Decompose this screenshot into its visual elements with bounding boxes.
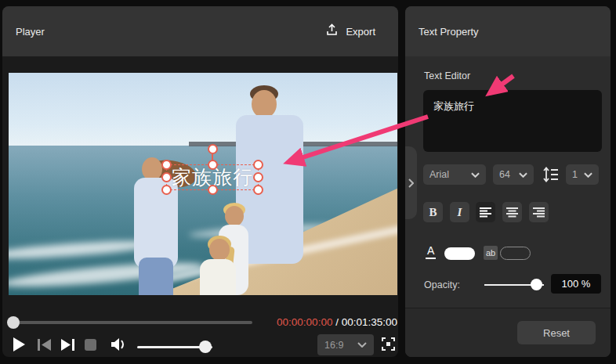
volume-icon[interactable] [111, 337, 127, 355]
resize-handle-mid-left[interactable] [161, 172, 172, 182]
align-right-icon [533, 207, 545, 218]
fullscreen-button[interactable] [382, 337, 395, 354]
line-spacing-icon [543, 167, 559, 186]
timecode-total: 00:01:35:00 [342, 316, 397, 328]
text-property-panel: Text Property Text Editor 家族旅行 Arial 64 … [405, 6, 611, 357]
aspect-ratio-select[interactable]: 16:9 [317, 334, 374, 355]
font-size-select[interactable]: 64 [493, 164, 534, 185]
video-preview[interactable]: 家族旅行 [9, 73, 397, 295]
chevron-down-icon [357, 342, 367, 348]
playback-controls: 16:9 [2, 333, 398, 357]
aspect-ratio-value: 16:9 [324, 340, 343, 351]
font-color-button[interactable]: A [426, 244, 436, 259]
align-left-button[interactable] [476, 202, 495, 222]
play-button[interactable] [13, 337, 26, 355]
sky [9, 73, 397, 147]
font-controls-row: Arial 64 1 [405, 164, 611, 185]
text-editor-input[interactable]: 家族旅行 [423, 90, 602, 152]
resize-handle-bottom-left[interactable] [161, 185, 172, 195]
seek-thumb[interactable] [7, 316, 20, 329]
resize-handle-bottom-right[interactable] [253, 185, 263, 195]
highlight-color-button[interactable]: ab [484, 246, 498, 260]
timecode-separator: / [332, 316, 341, 328]
opacity-thumb[interactable] [531, 279, 542, 290]
timecode: 00:00:00:00 / 00:01:35:00 [277, 316, 397, 328]
resize-handle-top-left[interactable] [161, 160, 172, 170]
person-girl [206, 239, 242, 295]
opacity-row: Opacity: 100 % [405, 274, 611, 297]
chevron-down-icon [519, 172, 527, 178]
text-color-row: A ab [405, 241, 611, 265]
resize-handle-mid-right[interactable] [253, 172, 263, 182]
export-icon [325, 23, 339, 39]
opacity-label: Opacity: [424, 279, 460, 290]
export-button[interactable]: Export [325, 23, 385, 39]
align-center-button[interactable] [502, 202, 522, 222]
font-family-value: Arial [429, 169, 449, 180]
font-color-swatch[interactable] [444, 247, 475, 260]
collapse-panel-button[interactable] [405, 146, 417, 219]
player-title: Player [16, 26, 45, 38]
opacity-value: 100 % [551, 274, 601, 294]
align-right-button[interactable] [529, 202, 549, 222]
resize-handle-top-right[interactable] [253, 160, 263, 170]
font-size-value: 64 [499, 169, 510, 180]
text-property-footer: Reset [405, 308, 611, 357]
resize-handle-bottom-center[interactable] [208, 185, 218, 195]
previous-frame-button[interactable] [37, 338, 52, 355]
player-panel: Player Export 家族旅行 [2, 6, 398, 357]
line-spacing-select[interactable]: 1 [566, 164, 599, 185]
text-editor-label: Text Editor [424, 70, 470, 81]
chevron-down-icon [584, 172, 592, 178]
timecode-current: 00:00:00:00 [277, 316, 332, 328]
align-center-icon [506, 207, 518, 218]
highlight-color-swatch[interactable] [500, 247, 531, 260]
player-header: Player Export [2, 6, 398, 56]
export-label: Export [346, 26, 375, 38]
font-family-select[interactable]: Arial [423, 164, 486, 185]
line-spacing-value: 1 [572, 169, 578, 180]
rotation-handle[interactable] [208, 144, 218, 154]
stop-button[interactable] [85, 339, 96, 354]
text-property-title: Text Property [419, 26, 479, 38]
seek-bar[interactable] [11, 321, 252, 324]
bold-button[interactable]: B [423, 202, 443, 222]
chevron-right-icon [408, 178, 414, 188]
text-property-header: Text Property [405, 6, 611, 56]
volume-thumb[interactable] [199, 341, 212, 353]
chevron-down-icon [471, 172, 480, 178]
align-left-icon [480, 207, 491, 218]
resize-handle-top-center[interactable] [208, 160, 218, 170]
italic-button[interactable]: I [450, 202, 469, 222]
next-frame-button[interactable] [60, 338, 75, 355]
reset-button[interactable]: Reset [517, 321, 596, 344]
